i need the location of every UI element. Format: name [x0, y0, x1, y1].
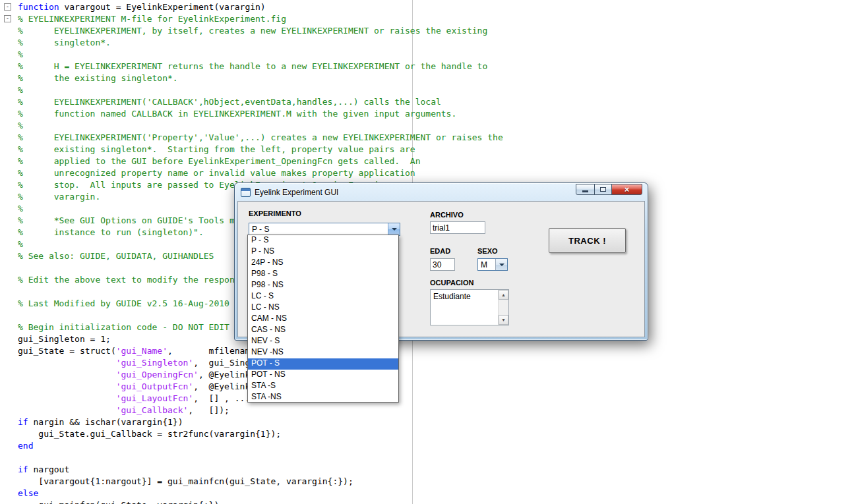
code-line: if nargin && ischar(varargin{1}) — [18, 416, 854, 428]
sexo-combobox[interactable]: M — [477, 258, 508, 271]
minimize-button[interactable] — [576, 184, 595, 195]
experimento-label: EXPERIMENTO — [249, 210, 301, 217]
experimento-value: P - S — [249, 223, 388, 235]
code-line: % EYELINKEXPERIMENT('CALLBACK',hObject,e… — [18, 96, 854, 108]
code-line: % the existing singleton*. — [18, 72, 854, 84]
experimento-combobox[interactable]: P - S — [249, 223, 400, 236]
ocupacion-textarea[interactable]: Estudiante ▲ ▼ — [430, 289, 509, 325]
dropdown-item[interactable]: P98 - S — [248, 269, 398, 280]
window-controls: × — [576, 184, 642, 195]
code-line: if nargout — [18, 464, 854, 476]
edad-label: EDAD — [430, 247, 450, 255]
code-line: 'gui_LayoutFcn', [] , ... — [18, 393, 854, 405]
titlebar[interactable]: Eyelink Experiment GUI × — [235, 183, 648, 201]
code-line: % applied to the GUI before EyelinkExper… — [18, 155, 854, 167]
sexo-value: M — [478, 259, 495, 270]
maximize-icon — [600, 187, 606, 192]
code-line: [varargout{1:nargout}] = gui_mainfcn(gui… — [18, 476, 854, 488]
code-line: % function named CALLBACK in EYELINKEXPE… — [18, 108, 854, 120]
code-line: % — [18, 120, 854, 132]
dropdown-item[interactable]: NEV -NS — [248, 347, 398, 358]
code-line: % EYELINKEXPERIMENT M-file for EyelinkEx… — [18, 13, 854, 25]
code-line: 'gui_Singleton', gui_Singleton, ... — [18, 357, 854, 369]
window-title: Eyelink Experiment GUI — [255, 188, 338, 197]
maximize-button[interactable] — [594, 184, 612, 195]
code-fold-icon[interactable]: - — [4, 15, 11, 22]
dropdown-item[interactable]: P98 - NS — [248, 280, 398, 291]
window-icon — [241, 188, 251, 197]
chevron-down-icon — [392, 228, 397, 231]
code-line: % — [18, 49, 854, 61]
code-line: gui_State = struct('gui_Name', mfilename… — [18, 345, 854, 357]
code-line: function varargout = EyelinkExperiment(v… — [18, 1, 854, 13]
sexo-dropdown-button[interactable] — [495, 259, 507, 270]
code-line: 'gui_OutputFcn', @EyelinkExperiment_Outp… — [18, 381, 854, 393]
code-line: % singleton*. — [18, 37, 854, 49]
dropdown-item[interactable]: 24P - NS — [248, 258, 398, 269]
code-line: gui_State.gui_Callback = str2func(vararg… — [18, 428, 854, 440]
code-line: % existing singleton*. Starting from the… — [18, 144, 854, 155]
experimento-dropdown[interactable]: P - SP - NS24P - NSP98 - SP98 - NSLC - S… — [247, 235, 399, 403]
ocupacion-value: Estudiante — [433, 292, 471, 301]
ocupacion-scrollbar[interactable]: ▲ ▼ — [498, 290, 508, 325]
track-button[interactable]: TRACK ! — [549, 228, 626, 253]
dropdown-item[interactable]: P - S — [248, 235, 398, 246]
archivo-label: ARCHIVO — [430, 211, 464, 219]
dropdown-item[interactable]: CAM - NS — [248, 314, 398, 325]
code-line — [18, 452, 854, 464]
code-line: % unrecognized property name or invalid … — [18, 167, 854, 179]
code-line: end — [18, 440, 854, 452]
code-line: 'gui_Callback', []); — [18, 405, 854, 416]
code-line: % H = EYELINKEXPERIMENT returns the hand… — [18, 61, 854, 72]
ocupacion-label: OCUPACION — [430, 279, 473, 287]
minimize-icon — [582, 190, 588, 192]
code-line: else — [18, 488, 854, 499]
dropdown-item[interactable]: LC - NS — [248, 302, 398, 314]
code-fold-icon[interactable]: - — [4, 3, 11, 11]
edad-input[interactable] — [430, 258, 455, 271]
archivo-input[interactable] — [430, 221, 485, 234]
code-line: 'gui_OpeningFcn', @EyelinkExperiment_Ope… — [18, 369, 854, 381]
close-button[interactable]: × — [611, 184, 642, 195]
code-line: % — [18, 84, 854, 96]
dropdown-item[interactable]: LC - S — [248, 291, 398, 302]
dropdown-item[interactable]: POT - S — [248, 358, 398, 370]
dropdown-item[interactable]: STA -S — [248, 381, 398, 392]
dropdown-item[interactable]: P - NS — [248, 246, 398, 258]
experimento-dropdown-button[interactable] — [388, 223, 400, 235]
dropdown-item[interactable]: CAS - NS — [248, 325, 398, 336]
screen: - - function varargout = EyelinkExperime… — [0, 0, 854, 504]
dropdown-item[interactable]: NEV - S — [248, 336, 398, 347]
close-icon: × — [625, 184, 630, 194]
chevron-down-icon — [499, 264, 504, 266]
dropdown-item[interactable]: STA -NS — [248, 392, 398, 403]
code-line: gui_mainfcn(gui_State, varargin{:}); — [18, 499, 854, 504]
scroll-down-icon[interactable]: ▼ — [499, 315, 508, 325]
sexo-label: SEXO — [477, 247, 498, 255]
code-line: % EYELINKEXPERIMENT, by itself, creates … — [18, 25, 854, 37]
code-line: % EYELINKEXPERIMENT('Property','Value',.… — [18, 132, 854, 144]
scroll-up-icon[interactable]: ▲ — [499, 290, 508, 300]
dropdown-item[interactable]: POT - NS — [248, 370, 398, 381]
